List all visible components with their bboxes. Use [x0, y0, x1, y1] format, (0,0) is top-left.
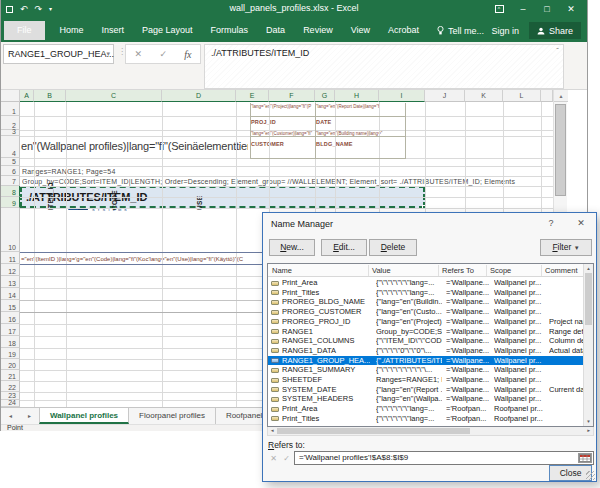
col-header-C[interactable]: C [66, 90, 162, 102]
row-header-6[interactable]: 6 [1, 166, 20, 176]
row-header-10[interactable]: 10 [1, 208, 20, 252]
refers-to-input[interactable]: ='Wallpanel profiles'!$A$8:$I$9 [294, 451, 594, 465]
list-scroll-right-icon[interactable]: ► [587, 427, 591, 435]
col-header-A[interactable]: A [20, 90, 34, 102]
share-button[interactable]: Share [529, 22, 581, 39]
row-header-7[interactable]: 7 [1, 176, 20, 186]
name-row-print-area[interactable]: Print_Area{"\"\"\"\"\"\"lang=...='Roofpa… [268, 404, 584, 414]
name-row-range1[interactable]: RANGE1Group_by=CODE;So...='Wallpane...Wa… [268, 327, 584, 337]
col-header-E[interactable]: E [236, 90, 269, 102]
resize-grip[interactable] [586, 471, 595, 480]
name-row-range1-data[interactable]: RANGE1_DATA{"\"\"\"\"0"\"\"0"\...='Wallp… [268, 346, 584, 356]
ribbon-tab-review[interactable]: Review [294, 19, 342, 42]
insert-function-icon[interactable]: fx [184, 49, 191, 60]
formula-input[interactable]: ./ATTRIBUTES/ITEM_ID ˆ [204, 44, 564, 89]
new-button[interactable]: New... [269, 239, 315, 256]
cell-H2[interactable]: DATE [316, 119, 376, 128]
row-header-21[interactable]: 21 [1, 370, 20, 381]
name-row-sheetdef[interactable]: SHEETDEFRanges=RANGE1; P...='Wallpane...… [268, 375, 584, 385]
row-header-4[interactable]: 4 [1, 136, 20, 158]
refers-enter-icon[interactable]: ✓ [280, 452, 293, 465]
row-header-16[interactable]: 16 [1, 312, 20, 324]
cell-F2[interactable]: PROJ_ID [251, 119, 311, 128]
help-icon[interactable]: ? [544, 218, 558, 228]
select-all-corner[interactable] [1, 90, 20, 102]
next-sheet-icon[interactable]: ► [20, 408, 39, 424]
cancel-icon[interactable]: ✕ [135, 49, 143, 59]
ribbon-tab-insert[interactable]: Insert [93, 19, 134, 42]
col-header-B[interactable]: B [34, 90, 66, 102]
row-header-1[interactable]: 1 [1, 102, 20, 116]
name-row-proreg-bldg-name[interactable]: PROREG_BLDG_NAME{"lang="en"(Buildin...='… [268, 297, 584, 307]
list-column-value[interactable]: Value [372, 264, 391, 277]
dialog-close-icon[interactable]: ✕ [574, 218, 588, 228]
ribbon-tab-view[interactable]: View [342, 19, 379, 42]
row-header-19[interactable]: 19 [1, 348, 20, 359]
ribbon-tab-page-layout[interactable]: Page Layout [133, 19, 202, 42]
row-header-13[interactable]: 13 [1, 276, 20, 288]
close-button[interactable]: ✕ [559, 0, 583, 18]
col-header-K[interactable]: K [465, 90, 503, 102]
name-row-range1-group-hea-[interactable]: RANGE1_GROUP_HEA...{"./ATTRIBUTES/ITEM..… [268, 356, 584, 366]
ribbon-display-options-icon[interactable]: ^ [487, 0, 511, 18]
row-header-2[interactable]: 2 [1, 116, 20, 130]
ribbon-tab-formulas[interactable]: Formulas [202, 19, 258, 42]
cell-B10[interactable]: ITEM_ID [47, 172, 54, 210]
prev-sheet-icon[interactable]: ◄ [1, 408, 20, 424]
list-scroll-left-icon[interactable]: ◄ [270, 427, 274, 435]
ribbon-tab-file[interactable]: File [4, 21, 45, 40]
list-vertical-scrollbar[interactable]: ▲ ▼ [583, 264, 593, 426]
row-header-12[interactable]: 12 [1, 264, 20, 276]
name-box-dropdown-icon[interactable]: ▾ [106, 45, 110, 63]
collapse-formula-bar-icon[interactable]: ˆ [556, 46, 559, 55]
grid-scrollbar-thumb[interactable] [555, 104, 566, 196]
col-header-H[interactable]: H [335, 90, 379, 102]
name-box[interactable]: RANGE1_GROUP_HEA... ▾ [3, 44, 114, 64]
cell-D10[interactable]: USE [196, 188, 203, 210]
name-row-range1-summary[interactable]: RANGE1_SUMMARY{"\"\"\"\"\"\"\"\"\"\...='… [268, 365, 584, 375]
col-header-F[interactable]: F [269, 90, 315, 102]
ribbon-tab-acrobat[interactable]: Acrobat [379, 19, 428, 42]
row-header-8[interactable]: 8 [1, 186, 20, 197]
col-header-G[interactable]: G [315, 90, 335, 102]
name-row-proreg-customer[interactable]: PROREG_CUSTOMER{"lang="en"(Custo...='Wal… [268, 307, 584, 317]
list-horizontal-scrollbar[interactable]: ◄ ► [267, 427, 594, 436]
delete-button[interactable]: Delete [369, 239, 417, 256]
list-column-refers-to[interactable]: Refers To [442, 264, 474, 277]
scroll-up-icon[interactable]: ▲ [554, 90, 568, 102]
sheet-tab-wallpanel-profiles[interactable]: Wallpanel profiles [39, 408, 129, 424]
cell-H4[interactable]: BLDG_NAME [316, 141, 376, 150]
ribbon-tab-data[interactable]: Data [257, 19, 294, 42]
cell-H1[interactable]: "lang="en"(Report Date)|lang="f [316, 104, 404, 115]
row-header-14[interactable]: 14 [1, 288, 20, 300]
col-header-D[interactable]: D [162, 90, 236, 102]
filter-button[interactable]: Filter ▼ [540, 239, 592, 256]
list-scroll-down-icon[interactable]: ▼ [584, 419, 593, 424]
maximize-button[interactable]: □ [535, 0, 559, 18]
row-header-15[interactable]: 15 [1, 300, 20, 312]
list-column-name[interactable]: Name [272, 264, 292, 277]
row-header-24[interactable]: 24 [1, 400, 20, 407]
list-scroll-up-icon[interactable]: ▲ [584, 266, 593, 271]
ribbon-tab-home[interactable]: Home [51, 19, 93, 42]
row-header-22[interactable]: 22 [1, 381, 20, 392]
minimize-button[interactable]: – [511, 0, 535, 18]
cell-F1[interactable]: "lang="en"(Project)|lang="fi"(P [251, 104, 315, 115]
name-row-proreg-proj-id[interactable]: PROREG_PROJ_ID{"lang="en"(Project)...='W… [268, 317, 584, 327]
sheet-tab-floorpanel-profiles[interactable]: Floorpanel profiles [129, 408, 216, 424]
col-header-I[interactable]: I [379, 90, 425, 102]
col-header-J[interactable]: J [425, 90, 465, 102]
enter-icon[interactable]: ✓ [159, 49, 167, 59]
cell-F4[interactable]: CUSTOMER [251, 141, 311, 150]
row-header-9[interactable]: 9 [1, 197, 20, 208]
name-row-print-titles[interactable]: Print_Titles{"\"\"\"\"\"\"lang=...='Roof… [268, 414, 584, 424]
cell-C10[interactable]: CODE [111, 180, 118, 210]
edit-button[interactable]: Edit... [321, 239, 367, 256]
col-header-L[interactable]: L [503, 90, 541, 102]
name-row-print-titles[interactable]: Print_Titles{"\"\"\"\"\"\"lang=...='Wall… [268, 288, 584, 298]
list-scrollbar-thumb[interactable] [585, 273, 592, 325]
row-header-17[interactable]: 17 [1, 324, 20, 336]
sign-in-link[interactable]: Sign in [491, 26, 519, 36]
list-column-scope[interactable]: Scope [490, 264, 511, 277]
name-row-print-area[interactable]: Print_Area{"\"\"\"\"\"\"lang=...='Wallpa… [268, 278, 584, 288]
